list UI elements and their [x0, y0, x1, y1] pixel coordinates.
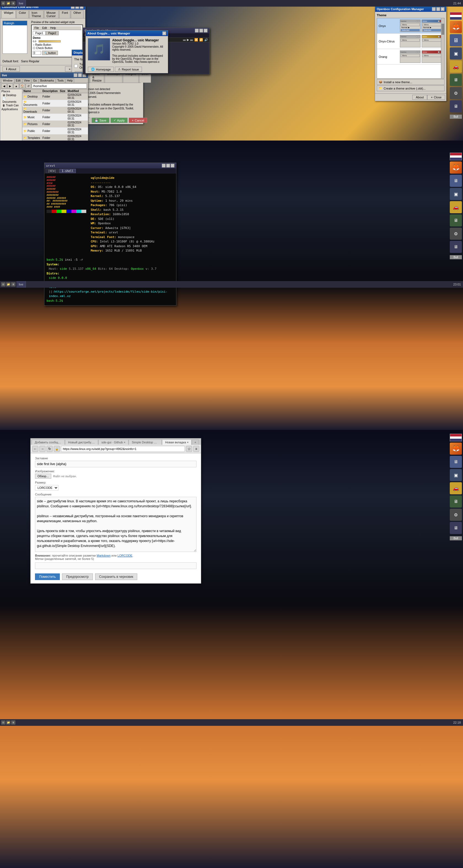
- folder-icon[interactable]: 📁: [6, 1, 10, 5]
- music-play-btn[interactable]: ▶: [187, 38, 189, 41]
- preview-tab-page1[interactable]: Page1: [33, 31, 46, 35]
- tab-mouse-cursor[interactable]: Mouse Cursor: [44, 10, 59, 18]
- folder-icon-3[interactable]: 📁: [6, 720, 10, 725]
- car-dock-2[interactable]: 🚗: [450, 201, 462, 213]
- table-row[interactable]: 📁 DesktopFolder02/09/2024 00:31: [22, 93, 88, 100]
- preview-btn[interactable]: Предпросмотр: [62, 574, 93, 580]
- window-dock-3[interactable]: ▣: [450, 469, 462, 481]
- monitor-dock-2b[interactable]: 🖥: [450, 214, 462, 226]
- preview-tab-page2[interactable]: Page2: [46, 31, 59, 35]
- report-issue-btn[interactable]: ⚠ Report Issue: [115, 67, 142, 72]
- ob-scrollbar[interactable]: [441, 18, 444, 78]
- about-goggles-title-bar[interactable]: About Goggle... usic Manager ×: [86, 31, 168, 36]
- fm-menu-go[interactable]: Go: [32, 79, 38, 83]
- tab-other[interactable]: Other: [71, 10, 84, 18]
- taskbar-title-1[interactable]: live: [17, 0, 26, 7]
- fm-maximize-btn[interactable]: □: [78, 73, 82, 77]
- taskbar-2[interactable]: ⊞ 📁 🖥 live 23:01: [0, 281, 463, 288]
- window-dock-1[interactable]: ▣: [450, 48, 462, 60]
- music-volume-icon[interactable]: 🔊: [204, 38, 208, 41]
- theme-row-onyx[interactable]: Onyx Inactive Menu: [377, 18, 444, 34]
- browser-menu-btn[interactable]: ≡: [193, 446, 199, 452]
- fm-up-btn[interactable]: ▲: [13, 84, 19, 89]
- turn-on-checkbox[interactable]: [74, 64, 78, 68]
- table-row[interactable]: 📁 PicturesFolder02/09/2024 00:31: [22, 121, 88, 128]
- markdown-link[interactable]: Markdown: [97, 554, 111, 557]
- table-row[interactable]: 📁 TemplatesFolder02/09/2024 00:31: [22, 134, 88, 142]
- browser-tab-github[interactable]: sde-gui · Github ×: [98, 439, 128, 445]
- browser-address-bar[interactable]: [61, 446, 185, 452]
- table-row[interactable]: 📁 PublicFolder02/09/2024 00:31: [22, 128, 88, 134]
- flag-usa-1[interactable]: [450, 12, 462, 20]
- widget-item-raleigh[interactable]: Raleigh: [3, 21, 27, 25]
- monitor-icon[interactable]: 🖥: [11, 1, 16, 5]
- monitor-dock-1[interactable]: 🖥: [450, 34, 462, 46]
- openbox-minimize-btn[interactable]: _: [432, 7, 436, 11]
- theme-row-onyx-citrus[interactable]: Onyx-Citrus Inactive Menu: [377, 34, 444, 49]
- fm-menu-window[interactable]: Window: [1, 79, 14, 83]
- car-dock-1[interactable]: 🚗: [450, 61, 462, 73]
- cancel-display-btn[interactable]: × Cancel: [129, 118, 147, 123]
- preview-edit[interactable]: Edit: [40, 26, 49, 30]
- firefox-icon-3[interactable]: 🦊: [450, 442, 462, 455]
- window-dock-2[interactable]: ▣: [450, 188, 462, 200]
- widget-list[interactable]: Raleigh: [2, 21, 27, 54]
- fm-menu-tools[interactable]: Tools: [56, 79, 65, 83]
- check-btn[interactable]: ☐ Check Button: [33, 46, 81, 50]
- about-goggles-close-btn[interactable]: ×: [162, 31, 166, 35]
- preview-button[interactable]: 🔍 button: [42, 51, 58, 55]
- fm-forward-btn[interactable]: ▶: [7, 84, 13, 89]
- col-name[interactable]: Name: [22, 89, 41, 93]
- browser-tab-new[interactable]: Новая вкладка ×: [162, 439, 191, 445]
- preview-help[interactable]: Help: [49, 26, 58, 30]
- tags-input[interactable]: [35, 562, 196, 569]
- browser-tab-distro[interactable]: Новый дистрибу... ×: [65, 439, 98, 445]
- music-close-btn[interactable]: ×: [204, 29, 208, 32]
- fm-title-bar[interactable]: live _ □ ×: [0, 72, 88, 78]
- terminal-minimize-btn[interactable]: _: [162, 164, 166, 167]
- monitor-dock-2[interactable]: 🖥: [450, 175, 462, 187]
- radio-btn[interactable]: ○ Radio Button: [33, 43, 81, 46]
- browser-back-btn[interactable]: ←: [32, 446, 38, 452]
- fm-menu-help[interactable]: Help: [66, 79, 74, 83]
- openbox-close-btn[interactable]: ×: [441, 7, 444, 11]
- music-next-btn[interactable]: ⏭: [190, 38, 193, 41]
- browser-tab-add[interactable]: Добавить сообщение ×: [32, 439, 65, 445]
- browser-forward-btn[interactable]: →: [39, 446, 45, 452]
- save-display-btn[interactable]: 💾 Save: [92, 118, 110, 123]
- preview-input[interactable]: [33, 51, 41, 55]
- terminal-tab-shell[interactable]: 1-shell: [59, 169, 76, 173]
- create-archive-btn[interactable]: 📁 Create a theme archive (.obt)...: [377, 86, 444, 91]
- firefox-icon-2[interactable]: 🦊: [450, 161, 462, 174]
- fm-sidebar-desktop[interactable]: 🖥 Desktop: [0, 93, 22, 97]
- fm-address-bar[interactable]: [32, 84, 87, 89]
- taskbar-1[interactable]: ⊞ 📁 🖥 live 21:44: [0, 0, 463, 7]
- music-minimize-btn[interactable]: _: [195, 29, 199, 32]
- start-icon[interactable]: ⊞: [1, 1, 5, 5]
- music-repeat-icon[interactable]: 🔁: [199, 38, 203, 41]
- browse-btn[interactable]: Обзор...: [35, 474, 51, 478]
- col-desc[interactable]: Description: [41, 89, 59, 93]
- monitor-icon-3[interactable]: 🖥: [11, 720, 16, 725]
- start-icon-2[interactable]: ⊞: [1, 282, 5, 286]
- title-input[interactable]: [35, 461, 196, 467]
- fm-reload-btn[interactable]: ↺: [26, 84, 31, 89]
- preview-file[interactable]: File: [33, 26, 40, 30]
- fm-menu-bookmarks[interactable]: Bookmarks: [39, 79, 55, 83]
- fm-menu-view[interactable]: View: [23, 79, 31, 83]
- col-modified[interactable]: Modified: [66, 89, 88, 93]
- desktop-dock-3[interactable]: 🖥: [450, 522, 462, 534]
- submit-btn[interactable]: Поместить: [35, 574, 60, 580]
- monitor-dock-3[interactable]: 🖥: [450, 456, 462, 468]
- desktop-dock-1[interactable]: 🖥: [450, 100, 462, 113]
- homepage-btn[interactable]: 🌐 Homepage: [88, 67, 114, 72]
- terminal-title-bar[interactable]: urxvt _ □ ×: [44, 163, 176, 168]
- tab-color[interactable]: Color: [16, 10, 28, 18]
- gear-dock-2[interactable]: ⚙: [450, 227, 462, 240]
- terminal-tab-new[interactable]: [NEW]: [45, 169, 59, 173]
- tab-widget[interactable]: Widget: [1, 10, 16, 18]
- new-tab-btn[interactable]: +: [192, 439, 198, 445]
- table-row[interactable]: 📁 DocumentsFolder02/09/2024 00:31: [22, 100, 88, 107]
- install-theme-btn[interactable]: 📦 Install a new theme...: [377, 79, 444, 85]
- table-row[interactable]: 📁 MusicFolder02/09/2024 00:31: [22, 114, 88, 121]
